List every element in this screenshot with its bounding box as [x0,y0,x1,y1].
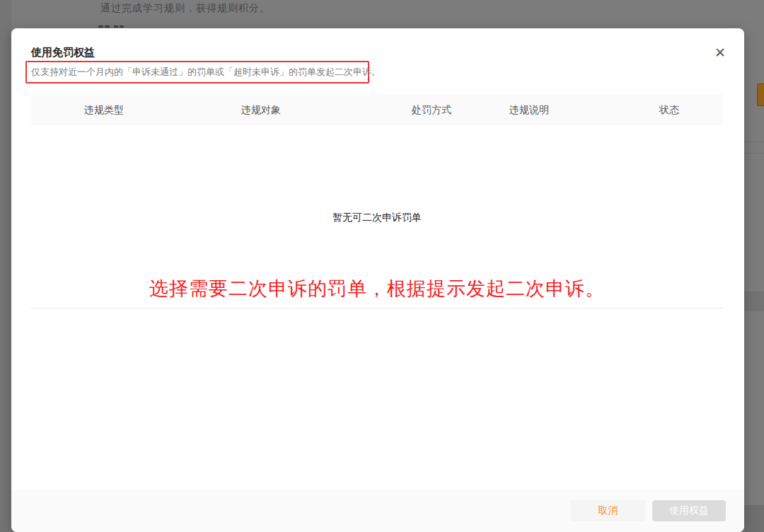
dimmed-table-line [744,141,764,142]
annotation-instruction-text: 选择需要二次申诉的罚单，根据提示发起二次申诉。 [31,276,723,301]
column-header-violation-type: 违规类型 [84,94,124,125]
column-header-violation-description: 违规说明 [509,94,549,125]
column-header-status: 状态 [659,94,679,125]
dialog-footer: 取消 使用权益 [11,490,744,532]
dimmed-table-line [744,153,764,154]
screen: 通过完成学习规则，获得规则积分。 使用免罚权益 ✕ 仅支持对近一个月内的「申诉未… [0,0,764,532]
dimmed-orange-button [757,83,764,106]
eligibility-note-highlight: 仅支持对近一个月内的「申诉未通过」的罚单或「超时未申诉」的罚单发起二次申诉。 [25,61,369,83]
content-divider [31,308,723,308]
use-exemption-dialog: 使用免罚权益 ✕ 仅支持对近一个月内的「申诉未通过」的罚单或「超时未申诉」的罚单… [11,28,744,532]
column-header-violation-object: 违规对象 [241,94,281,125]
cancel-button[interactable]: 取消 [571,500,645,521]
dimmed-sidebar [0,0,11,532]
eligibility-note: 仅支持对近一个月内的「申诉未通过」的罚单或「超时未申诉」的罚单发起二次申诉。 [27,66,381,79]
dialog-title: 使用免罚权益 [31,46,95,59]
close-icon[interactable]: ✕ [712,44,729,61]
use-benefit-button[interactable]: 使用权益 [652,500,726,521]
background-page-text: 通过完成学习规则，获得规则积分。 [100,2,270,15]
dimmed-footer-band [744,505,764,532]
penalty-table-header: 违规类型 违规对象 处罚方式 违规说明 状态 [31,94,723,125]
column-header-penalty-method: 处罚方式 [412,94,451,125]
dimmed-row-band [744,291,764,311]
empty-state-text: 暂无可二次申诉罚单 [31,212,723,224]
